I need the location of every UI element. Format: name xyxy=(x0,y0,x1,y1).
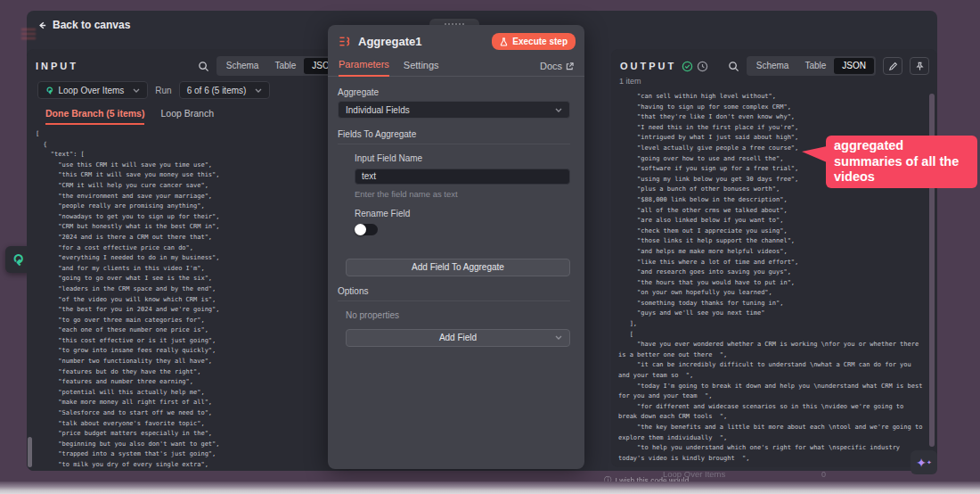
code-line: "Salesforce and to start off we need to"… xyxy=(36,408,350,419)
fields-to-aggregate-section-label: Fields To Aggregate xyxy=(338,129,570,144)
aggregate-node-dialog: Aggregate1 Execute step Parameters Setti… xyxy=(328,25,584,469)
add-field-button[interactable]: Add Field xyxy=(346,329,570,347)
tab-done-branch[interactable]: Done Branch (5 items) xyxy=(45,108,144,125)
docs-link[interactable]: Docs xyxy=(540,61,574,76)
code-line: "on your own hopefully you learned", xyxy=(618,288,925,299)
code-line: "the environment and save your marriage"… xyxy=(36,192,350,202)
aggregate-node-icon xyxy=(339,35,352,48)
code-line: "guys and we'll see you next time" xyxy=(618,309,925,319)
ai-assistant-button[interactable]: ✦✦ xyxy=(911,450,937,474)
code-line: "of the video you will know which CRM is… xyxy=(36,295,350,306)
back-to-canvas-label: Back to canvas xyxy=(53,19,130,31)
input-source-value: Loop Over Items xyxy=(58,86,124,95)
code-line: "going to go over what I see is the six"… xyxy=(36,274,350,284)
tab-loop-branch[interactable]: Loop Branch xyxy=(160,108,214,125)
pencil-icon xyxy=(888,62,898,71)
canvas-node-label: Loop Over Items xyxy=(663,469,725,479)
output-tab-table[interactable]: Table xyxy=(796,58,834,74)
back-arrow-icon xyxy=(37,21,47,30)
execute-step-button[interactable]: Execute step xyxy=(492,33,576,50)
tab-parameters[interactable]: Parameters xyxy=(339,55,389,77)
input-title: INPUT xyxy=(36,61,78,71)
code-line: "and research goes into saving you guys"… xyxy=(618,268,925,278)
code-line: "for a cost effective price can do", xyxy=(36,243,350,254)
code-line: "features and number three earning", xyxy=(36,377,350,388)
output-panel: OUTPUT Schema xyxy=(611,49,937,467)
chevron-down-icon xyxy=(555,108,562,112)
add-field-label: Add Field xyxy=(439,333,477,342)
code-line: "check them out I appreciate you using", xyxy=(618,226,925,237)
code-line: "CRM but honestly what is the best CRM i… xyxy=(36,222,350,233)
code-line: "this cost effective or is it just going… xyxy=(36,336,350,347)
docs-label: Docs xyxy=(540,61,562,71)
input-json-code[interactable]: [ { "text": [ "use this CRM it will save… xyxy=(36,129,350,469)
code-line: "like this where a lot of time and effor… xyxy=(618,258,925,268)
code-line: "2024 and is there a CRM out there that"… xyxy=(36,233,350,243)
code-line: { xyxy=(36,140,350,151)
back-to-canvas-button[interactable]: Back to canvas xyxy=(37,19,130,31)
code-line: "that they're like I don't even know why… xyxy=(618,112,925,123)
aggregate-mode-value: Individual Fields xyxy=(346,105,410,115)
aggregate-mode-select[interactable]: Individual Fields xyxy=(338,101,570,119)
add-field-to-aggregate-label: Add Field To Aggregate xyxy=(412,262,504,272)
chevron-down-icon xyxy=(133,88,140,93)
code-line: "and helps me make more helpful videos", xyxy=(618,247,925,258)
code-line: "potential will this actually help me", xyxy=(36,388,350,399)
rename-field-toggle[interactable] xyxy=(355,224,378,235)
input-panel: INPUT Schema Table JSON ⟳ Loop Over Item… xyxy=(27,49,354,471)
search-icon[interactable] xyxy=(198,61,209,72)
code-line: "to go over three main categories for", xyxy=(36,316,350,326)
code-line: "something today thanks for tuning in", xyxy=(618,299,925,309)
output-title: OUTPUT xyxy=(620,61,676,71)
code-line: "I need this in the first place if you'r… xyxy=(618,123,925,134)
code-line: "nowadays to get you to sign up for thei… xyxy=(36,212,350,223)
canvas-node-badge: 0 xyxy=(821,470,826,479)
input-view-switcher: Schema Table JSON xyxy=(216,56,346,76)
code-line: "are also linked below if you want to", xyxy=(618,216,925,226)
input-scrollbar[interactable] xyxy=(28,437,32,467)
tab-settings[interactable]: Settings xyxy=(404,56,439,76)
no-properties-text: No properties xyxy=(346,310,570,320)
sparkle-icon: ✦✦ xyxy=(916,456,932,470)
code-line: ], xyxy=(618,319,925,330)
code-line: "CRM it will help you cure cancer save", xyxy=(36,181,350,192)
pin-data-button[interactable] xyxy=(910,57,929,75)
code-line: "leaders in the CRM space and by the end… xyxy=(36,284,350,295)
flask-icon xyxy=(500,37,508,46)
input-tab-schema[interactable]: Schema xyxy=(218,58,267,74)
output-tab-schema[interactable]: Schema xyxy=(748,58,797,74)
search-icon[interactable] xyxy=(728,61,739,72)
code-line: "today I'm going to break it down and he… xyxy=(618,382,925,402)
dialog-tabs: Parameters Settings Docs xyxy=(328,53,584,77)
output-tab-json[interactable]: JSON xyxy=(834,58,874,74)
code-line: "trapped into a system that's just going… xyxy=(36,449,350,460)
code-line: "use this CRM it will save you time use"… xyxy=(36,161,350,171)
input-source-select[interactable]: ⟳ Loop Over Items xyxy=(37,81,148,99)
code-line: "those links it help support the channel… xyxy=(618,236,925,247)
run-select[interactable]: 6 of 6 (5 items) xyxy=(179,81,271,99)
code-line: "have you ever wondered whether a CRM is… xyxy=(618,340,925,360)
pin-icon xyxy=(915,62,925,71)
input-field-name-label: Input Field Name xyxy=(355,153,570,163)
add-field-to-aggregate-button[interactable]: Add Field To Aggregate xyxy=(346,259,570,276)
rename-field-label: Rename Field xyxy=(355,209,570,218)
loop-icon: ⟳ xyxy=(45,86,54,94)
code-line: "talk about everyone's favorite topic", xyxy=(36,419,350,430)
annotation-arrow xyxy=(802,146,827,162)
chevron-down-icon xyxy=(255,88,262,93)
code-line: "can sell within high level without", xyxy=(618,92,925,103)
edit-output-button[interactable] xyxy=(883,57,902,75)
screen-bottom-edge xyxy=(0,482,980,494)
run-value: 6 of 6 (5 items) xyxy=(187,86,247,95)
code-line: "and for my clients in this video I'm", xyxy=(36,264,350,275)
input-field-name-input[interactable] xyxy=(355,169,570,185)
code-line: "everything I needed to do in my busines… xyxy=(36,253,350,264)
run-label: Run xyxy=(155,86,171,95)
input-tab-table[interactable]: Table xyxy=(266,58,304,74)
field-card: Input Field Name Enter the field name as… xyxy=(355,153,570,235)
external-link-icon xyxy=(566,62,574,70)
code-line: [ xyxy=(36,129,350,140)
run-info-icon[interactable] xyxy=(697,61,708,72)
app-screen: ⟳ ⓘ I wish this code would Loop Over Ite… xyxy=(0,0,980,494)
code-line: "beginning but you also don't want to ge… xyxy=(36,440,350,450)
